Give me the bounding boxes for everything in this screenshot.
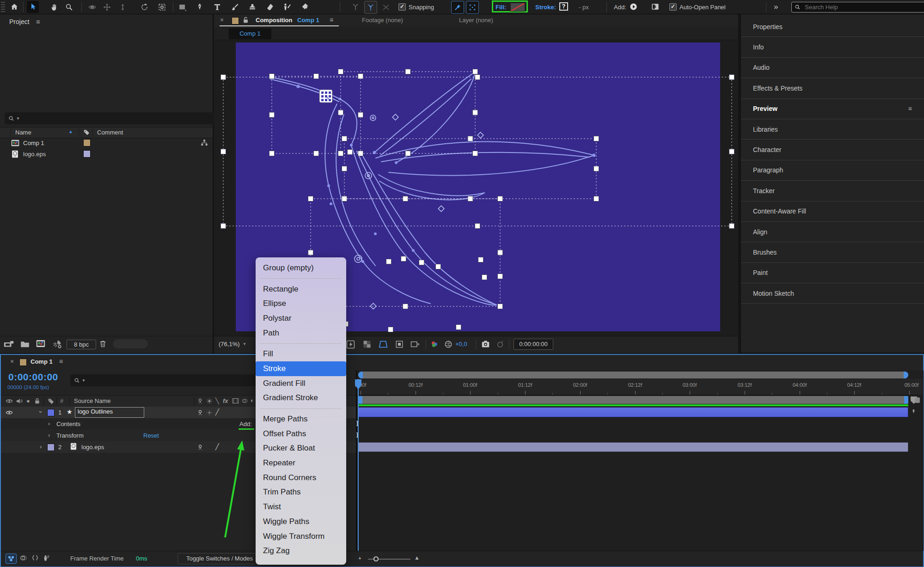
- label-tag-icon[interactable]: [83, 129, 90, 136]
- toolbar-overflow-chevrons[interactable]: »: [774, 2, 778, 12]
- layer-2-duration-bar[interactable]: [358, 442, 908, 452]
- selection-handle[interactable]: [308, 250, 313, 255]
- chevron-right-icon[interactable]: ›: [48, 420, 50, 427]
- selection-tool[interactable]: [27, 1, 39, 13]
- comp-tab[interactable]: Comp 1: [229, 28, 271, 39]
- snap-bounding-box-icon[interactable]: [466, 1, 479, 14]
- menu-item-merge-paths[interactable]: Merge Paths: [256, 412, 346, 427]
- selection-handle[interactable]: [221, 224, 226, 229]
- bit-depth-button[interactable]: 8 bpc: [67, 340, 96, 349]
- draft-3d-icon[interactable]: [19, 554, 27, 562]
- selection-handle[interactable]: [498, 196, 503, 201]
- selection-handle[interactable]: [269, 112, 275, 117]
- panel-menu-icon[interactable]: ≡: [36, 18, 40, 25]
- comp-label-swatch[interactable]: [19, 359, 27, 366]
- world-axis-mode-icon[interactable]: [364, 1, 377, 14]
- sidebar-item-align[interactable]: Align: [741, 222, 924, 242]
- new-folder-icon[interactable]: [20, 340, 30, 348]
- pickwhip-icon[interactable]: [197, 409, 203, 416]
- rectangle-tool[interactable]: [176, 1, 188, 13]
- chevron-right-icon[interactable]: ›: [40, 443, 42, 450]
- label-color-swatch[interactable]: [83, 139, 91, 146]
- selection-handle[interactable]: [729, 75, 734, 80]
- layer-color-swatch[interactable]: [47, 409, 55, 416]
- sidebar-item-paragraph[interactable]: Paragraph: [741, 160, 924, 181]
- fill-swatch[interactable]: [510, 3, 525, 12]
- chevron-right-icon[interactable]: ›: [48, 432, 50, 439]
- panel-menu-icon[interactable]: ≡: [59, 358, 63, 365]
- selection-handle[interactable]: [405, 69, 410, 74]
- selection-handle[interactable]: [498, 274, 503, 279]
- tab-composition-label[interactable]: Composition: [256, 17, 292, 24]
- selection-handle[interactable]: [468, 136, 473, 141]
- timeline-search-input[interactable]: [87, 377, 265, 384]
- panel-menu-icon[interactable]: ≡: [908, 105, 912, 112]
- hand-tool[interactable]: [48, 1, 60, 13]
- menu-item-trim-paths[interactable]: Trim Paths: [256, 485, 346, 500]
- shy-layers-icon[interactable]: [31, 554, 39, 561]
- brush-tool[interactable]: [229, 1, 241, 13]
- project-panel-title[interactable]: Project: [9, 18, 30, 25]
- sidebar-item-properties[interactable]: Properties: [741, 17, 924, 37]
- sidebar-item-audio[interactable]: Audio: [741, 58, 924, 78]
- selection-handle[interactable]: [342, 166, 347, 171]
- layer-name-box[interactable]: logo Outlines: [75, 407, 144, 418]
- selection-handle[interactable]: [403, 304, 408, 309]
- view-axis-mode-icon[interactable]: [380, 1, 392, 13]
- eye-icon[interactable]: [6, 410, 13, 415]
- project-row-comp1[interactable]: Comp 1: [0, 137, 213, 148]
- current-timecode[interactable]: 0:00:00:00: [8, 372, 58, 383]
- project-row-logo-eps[interactable]: logo.eps: [0, 148, 213, 159]
- navigator-start-handle[interactable]: [358, 372, 363, 378]
- selection-handle[interactable]: [314, 74, 319, 79]
- transparency-grid-icon[interactable]: [363, 340, 371, 348]
- stroke-swatch[interactable]: ?: [559, 2, 568, 11]
- snapshot-camera-icon[interactable]: [481, 340, 490, 348]
- selection-handle[interactable]: [478, 257, 483, 262]
- selection-handle[interactable]: [594, 136, 599, 141]
- menu-item-polystar[interactable]: Polystar: [256, 311, 346, 326]
- selection-handle[interactable]: [473, 110, 478, 115]
- menu-item-path[interactable]: Path: [256, 326, 346, 341]
- close-icon[interactable]: ×: [10, 358, 14, 365]
- local-axis-mode-icon[interactable]: [349, 1, 361, 13]
- selection-handle[interactable]: [729, 149, 734, 154]
- composition-mini-flowchart-icon[interactable]: [6, 554, 17, 564]
- tab-composition-comp-name[interactable]: Comp 1: [297, 17, 319, 24]
- clone-stamp-tool[interactable]: [246, 1, 258, 13]
- timeline-tab-label[interactable]: Comp 1: [31, 358, 53, 365]
- selection-handle[interactable]: [308, 196, 313, 201]
- chevron-down-icon[interactable]: ›: [37, 411, 44, 413]
- menu-item-ellipse[interactable]: Ellipse: [256, 296, 346, 311]
- column-name[interactable]: Name: [15, 129, 31, 136]
- sidebar-item-preview[interactable]: Preview ≡: [741, 99, 924, 119]
- search-help-box[interactable]: [791, 2, 924, 12]
- work-area-start-handle[interactable]: [358, 396, 362, 404]
- channel-rgb-icon[interactable]: [430, 340, 439, 348]
- eraser-tool[interactable]: [264, 1, 276, 13]
- time-navigator-bar[interactable]: [358, 372, 908, 378]
- menu-item-repeater[interactable]: Repeater: [256, 456, 346, 470]
- selection-handle[interactable]: [342, 136, 347, 141]
- sidebar-item-brushes[interactable]: Brushes: [741, 242, 924, 262]
- add-shape-button[interactable]: [630, 3, 637, 11]
- selection-handle[interactable]: [221, 149, 226, 154]
- comp-marker-bin-icon[interactable]: [915, 397, 920, 403]
- selection-handle[interactable]: [269, 74, 275, 79]
- menu-item-wiggle-paths[interactable]: Wiggle Paths: [256, 514, 346, 529]
- region-of-interest-icon[interactable]: [395, 340, 404, 348]
- menu-item-twist[interactable]: Twist: [256, 500, 346, 514]
- menu-item-stroke[interactable]: Stroke: [256, 361, 346, 376]
- layer-1-duration-bar[interactable]: [358, 407, 908, 417]
- collapse-icon[interactable]: ╱: [215, 443, 219, 450]
- selection-handle[interactable]: [338, 151, 343, 156]
- sidebar-item-paint[interactable]: Paint: [741, 263, 924, 283]
- selection-handle[interactable]: [338, 110, 343, 115]
- sidebar-item-motion-sketch[interactable]: Motion Sketch: [741, 283, 924, 304]
- selection-handle[interactable]: [401, 256, 406, 262]
- label-color-swatch[interactable]: [83, 150, 91, 158]
- home-icon[interactable]: [8, 1, 20, 13]
- selection-handle[interactable]: [419, 260, 424, 265]
- snap-to-features-icon[interactable]: [451, 1, 464, 14]
- menu-item-offset-paths[interactable]: Offset Paths: [256, 427, 346, 441]
